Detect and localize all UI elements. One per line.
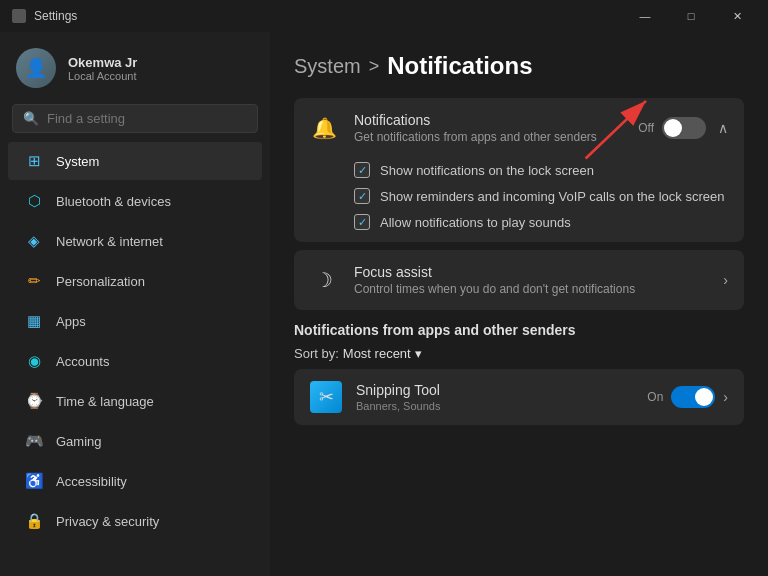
app-subtitle: Banners, Sounds [356, 400, 633, 412]
snipping-tool-icon: ✂ [310, 381, 342, 413]
checkbox-voip[interactable]: ✓ [354, 188, 370, 204]
time-icon: ⌚ [24, 391, 44, 411]
sub-option-lockscreen[interactable]: ✓ Show notifications on the lock screen [354, 162, 728, 178]
sort-label: Sort by: [294, 346, 339, 361]
sidebar: 👤 Okemwa Jr Local Account 🔍 ⊞ System ⬡ B… [0, 32, 270, 576]
maximize-button[interactable]: □ [668, 0, 714, 32]
sidebar-item-accounts[interactable]: ◉ Accounts [8, 342, 262, 380]
sidebar-item-bluetooth[interactable]: ⬡ Bluetooth & devices [8, 182, 262, 220]
focus-assist-title: Focus assist [354, 264, 707, 280]
title-bar-left: Settings [12, 9, 77, 23]
notifications-header[interactable]: 🔔 Notifications Get notifications from a… [294, 98, 744, 158]
accessibility-icon: ♿ [24, 471, 44, 491]
sidebar-item-gaming[interactable]: 🎮 Gaming [8, 422, 262, 460]
sidebar-item-label: Network & internet [56, 234, 163, 249]
sub-option-voip[interactable]: ✓ Show reminders and incoming VoIP calls… [354, 188, 728, 204]
window-title: Settings [34, 9, 77, 23]
user-profile: 👤 Okemwa Jr Local Account [0, 32, 270, 100]
search-icon: 🔍 [23, 111, 39, 126]
user-info: Okemwa Jr Local Account [68, 55, 137, 82]
app-name: Snipping Tool [356, 382, 633, 398]
focus-assist-subtitle: Control times when you do and don't get … [354, 282, 707, 296]
search-bar[interactable]: 🔍 [12, 104, 258, 133]
app-text: Snipping Tool Banners, Sounds [356, 382, 633, 412]
user-type: Local Account [68, 70, 137, 82]
app-toggle-label: On [647, 390, 663, 404]
checkbox-sounds[interactable]: ✓ [354, 214, 370, 230]
voip-label: Show reminders and incoming VoIP calls o… [380, 189, 724, 204]
app-toggle-thumb [695, 388, 713, 406]
checkbox-lockscreen[interactable]: ✓ [354, 162, 370, 178]
sidebar-item-apps[interactable]: ▦ Apps [8, 302, 262, 340]
privacy-icon: 🔒 [24, 511, 44, 531]
sort-dropdown[interactable]: Most recent ▾ [343, 346, 422, 361]
user-name: Okemwa Jr [68, 55, 137, 70]
sidebar-item-label: System [56, 154, 99, 169]
sidebar-item-label: Bluetooth & devices [56, 194, 171, 209]
app-row-chevron-icon: › [723, 389, 728, 405]
bluetooth-icon: ⬡ [24, 191, 44, 211]
breadcrumb-system: System [294, 55, 361, 78]
title-bar: Settings — □ ✕ [0, 0, 768, 32]
sidebar-item-accessibility[interactable]: ♿ Accessibility [8, 462, 262, 500]
app-toggle[interactable] [671, 386, 715, 408]
sounds-label: Allow notifications to play sounds [380, 215, 571, 230]
minimize-button[interactable]: — [622, 0, 668, 32]
app-controls: On › [647, 386, 728, 408]
gaming-icon: 🎮 [24, 431, 44, 451]
sort-value: Most recent [343, 346, 411, 361]
focus-assist-icon: ☽ [310, 266, 338, 294]
accounts-icon: ◉ [24, 351, 44, 371]
sidebar-item-system[interactable]: ⊞ System [8, 142, 262, 180]
focus-assist-chevron-icon: › [723, 272, 728, 288]
sidebar-item-label: Privacy & security [56, 514, 159, 529]
toggle-off-label: Off [638, 121, 654, 135]
notifications-card: 🔔 Notifications Get notifications from a… [294, 98, 744, 242]
system-icon: ⊞ [24, 151, 44, 171]
sidebar-item-privacy[interactable]: 🔒 Privacy & security [8, 502, 262, 540]
avatar-inner: 👤 [16, 48, 56, 88]
sort-row: Sort by: Most recent ▾ [294, 346, 744, 361]
sidebar-item-label: Personalization [56, 274, 145, 289]
sidebar-item-time[interactable]: ⌚ Time & language [8, 382, 262, 420]
window-controls: — □ ✕ [622, 0, 760, 32]
notifications-text: Notifications Get notifications from app… [354, 112, 622, 144]
breadcrumb-chevron: > [369, 56, 380, 77]
sort-chevron-icon: ▾ [415, 346, 422, 361]
notifications-subtitle: Get notifications from apps and other se… [354, 130, 622, 144]
notifications-sub-options: ✓ Show notifications on the lock screen … [294, 158, 744, 242]
lockscreen-label: Show notifications on the lock screen [380, 163, 594, 178]
close-button[interactable]: ✕ [714, 0, 760, 32]
search-input[interactable] [47, 111, 247, 126]
breadcrumb: System > Notifications [294, 52, 744, 80]
breadcrumb-current: Notifications [387, 52, 532, 80]
section-header: Notifications from apps and other sender… [294, 322, 744, 338]
focus-assist-card[interactable]: ☽ Focus assist Control times when you do… [294, 250, 744, 310]
avatar: 👤 [16, 48, 56, 88]
content-wrapper: System > Notifications 🔔 Notifications G… [294, 52, 744, 425]
app-icon [12, 9, 26, 23]
notifications-toggle[interactable] [662, 117, 706, 139]
sidebar-item-label: Accessibility [56, 474, 127, 489]
sidebar-item-label: Accounts [56, 354, 109, 369]
sidebar-item-personalization[interactable]: ✏ Personalization [8, 262, 262, 300]
notifications-title: Notifications [354, 112, 622, 128]
sidebar-item-label: Gaming [56, 434, 102, 449]
toggle-thumb [664, 119, 682, 137]
app-row-snipping-tool[interactable]: ✂ Snipping Tool Banners, Sounds On › [294, 369, 744, 425]
main-layout: 👤 Okemwa Jr Local Account 🔍 ⊞ System ⬡ B… [0, 32, 768, 576]
sub-option-sounds[interactable]: ✓ Allow notifications to play sounds [354, 214, 728, 230]
notification-bell-icon: 🔔 [310, 114, 338, 142]
expand-chevron-icon: ∧ [718, 120, 728, 136]
personalization-icon: ✏ [24, 271, 44, 291]
content-area: System > Notifications 🔔 Notifications G… [270, 32, 768, 576]
notifications-controls: Off ∧ [638, 117, 728, 139]
sidebar-item-label: Apps [56, 314, 86, 329]
sidebar-item-network[interactable]: ◈ Network & internet [8, 222, 262, 260]
sidebar-item-label: Time & language [56, 394, 154, 409]
network-icon: ◈ [24, 231, 44, 251]
focus-assist-text: Focus assist Control times when you do a… [354, 264, 707, 296]
apps-icon: ▦ [24, 311, 44, 331]
